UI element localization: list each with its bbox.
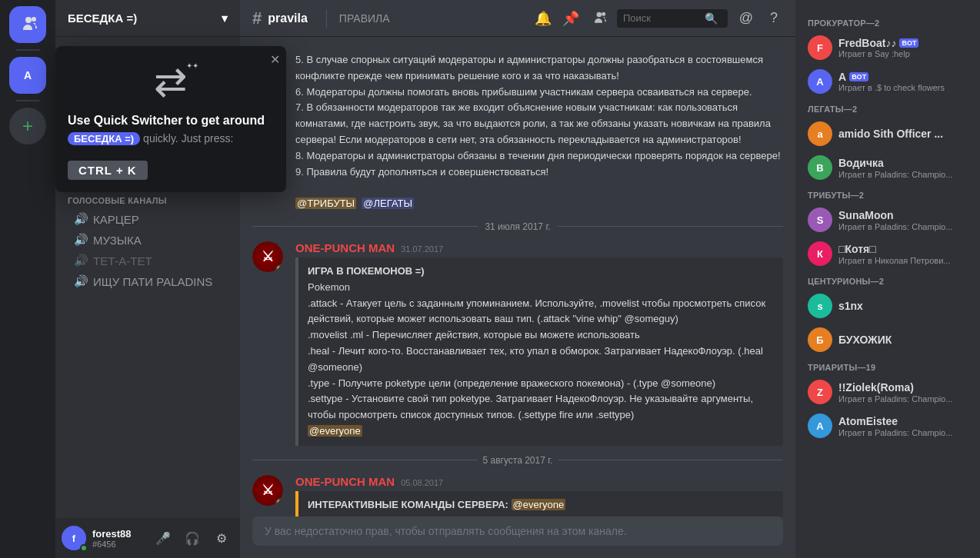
msg-header-2: ONE-PUNCH MAN 05.08.2017 (295, 475, 783, 488)
mention-tributes: @ТРИБУТЫ (295, 198, 356, 209)
message-input[interactable]: У вас недостаточно прав, чтобы отправлят… (252, 516, 783, 546)
search-input[interactable] (623, 12, 700, 24)
member-name: SunaMoon (838, 209, 894, 221)
avatar: F (808, 35, 832, 60)
date-label: 31 июля 2017 г. (485, 221, 550, 232)
server-name-bar[interactable]: БЕСЕДКА =) ▾ (55, 0, 240, 37)
channel-header-topic: ПРАВИЛА (339, 12, 390, 25)
avatar: Z (808, 380, 832, 404)
mention-everyone-2: @everyone (512, 499, 566, 510)
voice-channel-paladins[interactable]: 🔊 ИЩУ ПАТИ PALADINS (62, 271, 234, 291)
header-actions: 🔔 📌 🔍 @ ? (534, 9, 783, 28)
bot-badge: BOT (849, 72, 868, 81)
members-icon[interactable] (589, 9, 608, 28)
rules-text: 5. В случае спорных ситуаций модераторы … (295, 52, 783, 212)
mention-legates: @ЛЕГАТЫ (362, 198, 414, 209)
sparkle-icon: ✦✦ (186, 61, 198, 70)
bell-icon[interactable]: 🔔 (534, 9, 552, 28)
msg-content-1: ONE-PUNCH MAN 31.07.2017 ИГРА В ПОКЕМОНО… (295, 241, 783, 446)
member-item-ziolek[interactable]: Z !!Ziolek(Roma) Играет в Paladins: Cham… (802, 375, 974, 409)
member-category-legates: ЛЕГАТЫ—2 (802, 98, 974, 117)
add-server-button[interactable]: + (9, 108, 46, 144)
quick-switcher-close[interactable]: ✕ (270, 52, 280, 67)
voice-icon: 🔊 (74, 274, 88, 288)
server-icon-friends[interactable] (9, 6, 46, 43)
quick-switcher-shortcut[interactable]: CTRL + K (68, 161, 148, 180)
channel-header-name: pravila (268, 12, 308, 25)
member-name: Водичка (838, 157, 884, 169)
messages-area[interactable]: 5. В случае спорных ситуаций модераторы … (240, 37, 795, 516)
member-item-s1nx[interactable]: s s1nx (802, 289, 974, 323)
member-category-centurions: ЦЕНТУРИОНЫ—2 (802, 271, 974, 289)
member-item-amido[interactable]: a amido Sith Officer ... (802, 117, 974, 151)
voice-channel-muzika[interactable]: 🔊 МУЗЫКА (62, 230, 234, 250)
member-status: Играет в Paladins: Champio... (838, 394, 968, 404)
member-item-sunamoon[interactable]: S SunaMoon Играет в Paladins: Champio... (802, 203, 974, 237)
embed-box-2: ИНТЕРАКТИВНЫЕ КОМАНДЫ СЕРВЕРА: @everyone… (295, 491, 783, 516)
settings-button[interactable]: ⚙ (209, 526, 234, 550)
header-divider (326, 9, 327, 28)
avatar: А (808, 69, 832, 94)
member-item-atomeistee[interactable]: A AtomEistee Играет в Paladins: Champio.… (802, 409, 974, 443)
member-name: s1nx (838, 300, 863, 312)
member-status: Играет в Say :help (838, 49, 968, 58)
member-name-wrap: AtomEistee Играет в Paladins: Champio... (838, 414, 968, 437)
member-item-bot2[interactable]: А А BOT Играет в .$ to check flowers (802, 65, 974, 98)
main-content: # pravila ПРАВИЛА 🔔 📌 🔍 @ ? 5. В случае … (240, 0, 795, 558)
member-item-kotya[interactable]: К □Котя□ Играет в Николая Петрови... (802, 237, 974, 271)
msg-author-1[interactable]: ONE-PUNCH MAN (295, 241, 395, 254)
at-icon[interactable]: @ (737, 9, 755, 28)
voice-icon: 🔊 (74, 233, 88, 247)
message-input-area: У вас недостаточно прав, чтобы отправлят… (240, 516, 795, 558)
member-name: FredBoat♪♪ (838, 37, 896, 49)
message-group-1: ⚔ ★ ONE-PUNCH MAN 31.07.2017 ИГРА В ПОКЕ… (240, 238, 795, 449)
server-bar: А + (0, 0, 55, 558)
voice-channel-name: ТЕТ-А-ТЕТ (93, 254, 152, 267)
member-name-wrap: amido Sith Officer ... (838, 127, 968, 141)
member-category-prokurator: ПРОКУРАТОР—2 (802, 12, 974, 31)
help-icon[interactable]: ? (765, 9, 783, 28)
member-item-fredboat[interactable]: F FredBoat♪♪ BOT Играет в Say :help (802, 31, 974, 65)
pin-icon[interactable]: 📌 (562, 9, 580, 28)
member-name: amido Sith Officer ... (838, 128, 943, 140)
avatar: ⚔ ★ (252, 241, 283, 272)
member-status: Играет в Николая Петрови... (838, 256, 968, 265)
user-info: forest88 #6456 (92, 528, 145, 549)
member-status: Играет в Paladins: Champio... (838, 170, 968, 179)
quick-switcher-server-pill: БЕСЕДКА =) (68, 132, 140, 145)
bot-badge: BOT (899, 38, 918, 48)
embed-box-1: ИГРА В ПОКЕМОНОВ =) Pokemon .attack - Ат… (295, 257, 783, 446)
member-item-vodichka[interactable]: В Водичка Играет в Paladins: Champio... (802, 151, 974, 184)
avatar: Б (808, 327, 832, 352)
user-bar: f forest88 #6456 🎤 🎧 ⚙ (55, 518, 240, 558)
msg-author-2[interactable]: ONE-PUNCH MAN (295, 475, 395, 488)
member-name-wrap: БУХОЖИК (838, 333, 968, 347)
avatar: К (808, 241, 832, 266)
member-name-wrap: □Котя□ Играет в Николая Петрови... (838, 242, 968, 265)
message-group-rules: 5. В случае спорных ситуаций модераторы … (240, 49, 795, 215)
mic-button[interactable]: 🎤 (151, 526, 175, 550)
divider-line (252, 226, 478, 227)
voice-channel-tet-a-tet[interactable]: 🔊 ТЕТ-А-ТЕТ (62, 251, 234, 271)
message-input-placeholder: У вас недостаточно прав, чтобы отправлят… (265, 525, 627, 537)
voice-icon: 🔊 (74, 212, 88, 226)
quick-switcher-icon-area: ⇄ ✦✦ (68, 58, 274, 105)
user-actions: 🎤 🎧 ⚙ (151, 526, 234, 550)
message-group-2: ⚔ ★ ONE-PUNCH MAN 05.08.2017 ИНТЕРАКТИВН… (240, 472, 795, 516)
server-icon-main[interactable]: А (9, 57, 46, 94)
member-item-buhozhik[interactable]: Б БУХОЖИК (802, 323, 974, 357)
search-bar[interactable]: 🔍 (617, 9, 728, 28)
member-list: ПРОКУРАТОР—2 F FredBoat♪♪ BOT Играет в S… (795, 0, 980, 558)
avatar: a (808, 121, 832, 146)
user-discriminator: #6456 (92, 540, 145, 549)
avatar: f (62, 526, 86, 550)
embed-body-2: .whp! (игра) - где (игра) - название зап… (308, 515, 752, 516)
channel-header: # pravila ПРАВИЛА 🔔 📌 🔍 @ ? (240, 0, 795, 37)
msg-content-2: ONE-PUNCH MAN 05.08.2017 ИНТЕРАКТИВНЫЕ К… (295, 475, 783, 516)
member-name-wrap: !!Ziolek(Roma) Играет в Paladins: Champi… (838, 380, 968, 404)
quick-switcher-overlay: ✕ ⇄ ✦✦ Use Quick Switcher to get around … (55, 46, 286, 192)
voice-channel-karcer[interactable]: 🔊 КАРЦЕР (62, 209, 234, 229)
headset-button[interactable]: 🎧 (180, 526, 205, 550)
msg-timestamp-2: 05.08.2017 (401, 478, 443, 487)
member-category-triarity: ТРИАРИТЫ—19 (802, 357, 974, 375)
